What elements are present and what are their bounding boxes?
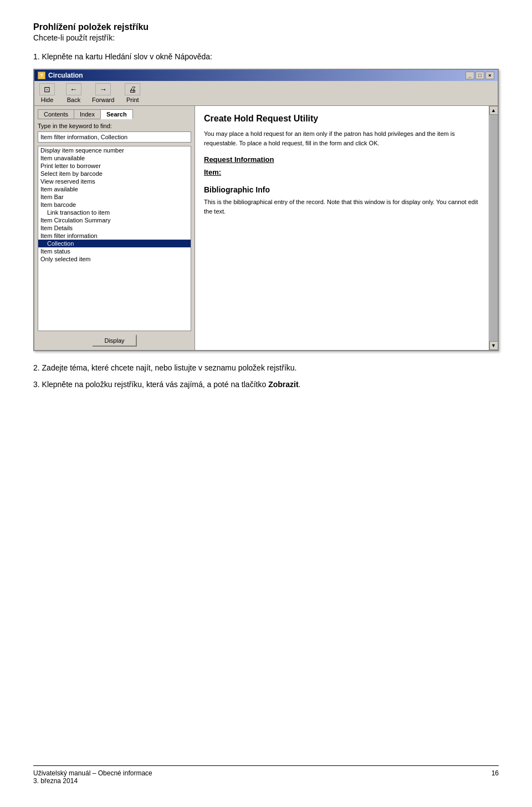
maximize-button[interactable]: □ bbox=[475, 72, 484, 79]
page-footer: Uživatelský manuál – Obecné informace 3.… bbox=[33, 765, 499, 785]
scrollbar-track bbox=[490, 115, 498, 341]
keyword-input[interactable] bbox=[38, 131, 191, 143]
footer-manual-title: Uživatelský manuál – Obecné informace bbox=[33, 769, 152, 777]
footer-left: Uživatelský manuál – Obecné informace 3.… bbox=[33, 769, 152, 785]
index-list-item[interactable]: Item Details bbox=[38, 224, 191, 232]
window-icon: ? bbox=[38, 72, 45, 79]
close-button[interactable]: × bbox=[485, 72, 494, 79]
subtitle: Chcete-li použít rejstřík: bbox=[33, 33, 499, 42]
step3-before: 3. Klepněte na položku rejstříku, která … bbox=[33, 380, 268, 389]
back-label: Back bbox=[67, 97, 80, 103]
right-panel-title: Create Hold Request Utility bbox=[204, 114, 480, 124]
hide-button[interactable]: ⊡ Hide bbox=[39, 83, 55, 103]
right-scrollbar: ▲ ▼ bbox=[489, 106, 498, 350]
index-list-item[interactable]: Item unavailable bbox=[38, 154, 191, 162]
display-btn-row: Display bbox=[38, 334, 191, 347]
title-bar-left: ? Circulation bbox=[38, 72, 83, 79]
step3-bold: Zobrazit bbox=[268, 380, 298, 389]
keyword-label: Type in the keyword to find: bbox=[38, 123, 191, 129]
minimize-button[interactable]: _ bbox=[466, 72, 474, 79]
index-list: Display item sequence numberItem unavail… bbox=[38, 146, 191, 331]
title-bar: ? Circulation _ □ × bbox=[34, 70, 498, 81]
index-list-item[interactable]: Item filter information bbox=[38, 232, 191, 240]
window-body: Contents Index Search Type in the keywor… bbox=[34, 106, 498, 350]
footer-date: 3. března 2014 bbox=[33, 777, 78, 785]
step1-text: 1. Klepněte na kartu Hledání slov v okně… bbox=[33, 52, 499, 61]
print-label: Print bbox=[126, 97, 139, 103]
toolbar: ⊡ Hide ← Back → Forward 🖨 Print bbox=[34, 81, 498, 106]
hide-icon: ⊡ bbox=[39, 83, 55, 95]
index-list-item[interactable]: Item barcode bbox=[38, 201, 191, 209]
tab-index[interactable]: Index bbox=[74, 109, 101, 119]
print-icon: 🖨 bbox=[125, 83, 140, 95]
step3-text: 3. Klepněte na položku rejstříku, která … bbox=[33, 380, 499, 389]
scroll-up-button[interactable]: ▲ bbox=[489, 106, 498, 115]
index-list-item[interactable]: View reserved items bbox=[38, 177, 191, 185]
title-bar-controls: _ □ × bbox=[466, 72, 494, 79]
tabs-row: Contents Index Search bbox=[38, 109, 191, 119]
forward-icon: → bbox=[95, 83, 111, 95]
print-button[interactable]: 🖨 Print bbox=[124, 83, 141, 103]
left-panel: Contents Index Search Type in the keywor… bbox=[34, 106, 195, 350]
page-heading: Prohlížení položek rejstříku bbox=[33, 22, 499, 32]
index-list-item[interactable]: Display item sequence number bbox=[38, 146, 191, 154]
index-list-item[interactable]: Item Circulation Summary bbox=[38, 216, 191, 224]
footer-page-number: 16 bbox=[492, 769, 499, 785]
right-section-title: Request Information bbox=[204, 155, 480, 164]
back-icon: ← bbox=[66, 83, 81, 95]
index-list-item[interactable]: Item Bar bbox=[38, 193, 191, 201]
index-list-item[interactable]: Print letter to borrower bbox=[38, 162, 191, 170]
index-list-item[interactable]: Select item by barcode bbox=[38, 170, 191, 177]
tab-contents[interactable]: Contents bbox=[38, 109, 74, 119]
right-item-label: Item: bbox=[204, 168, 480, 176]
scroll-down-button[interactable]: ▼ bbox=[489, 341, 498, 350]
step2-text: 2. Zadejte téma, které chcete najít, neb… bbox=[33, 363, 499, 372]
index-list-item[interactable]: Link transaction to item bbox=[38, 209, 191, 216]
index-list-item[interactable]: Collection bbox=[38, 240, 191, 247]
tab-search[interactable]: Search bbox=[100, 109, 133, 119]
window-title: Circulation bbox=[48, 72, 83, 79]
display-button[interactable]: Display bbox=[92, 334, 136, 347]
hide-label: Hide bbox=[41, 97, 54, 103]
index-list-container: Display item sequence numberItem unavail… bbox=[38, 146, 191, 331]
right-panel-intro: You may place a hold request for an item… bbox=[204, 129, 480, 148]
right-bib-para: This is the bibliographical entry of the… bbox=[204, 197, 480, 216]
forward-button[interactable]: → Forward bbox=[92, 83, 114, 103]
right-bib-title: Bibliographic Info bbox=[204, 185, 480, 194]
right-panel: Create Hold Request Utility You may plac… bbox=[195, 106, 489, 350]
back-button[interactable]: ← Back bbox=[65, 83, 82, 103]
forward-label: Forward bbox=[92, 97, 114, 103]
step3-after: . bbox=[299, 380, 301, 389]
index-list-item[interactable]: Item status bbox=[38, 247, 191, 255]
index-list-item[interactable]: Item available bbox=[38, 185, 191, 193]
help-window: ? Circulation _ □ × ⊡ Hide ← Back → Forw… bbox=[33, 69, 499, 351]
index-list-item[interactable]: Only selected item bbox=[38, 255, 191, 263]
